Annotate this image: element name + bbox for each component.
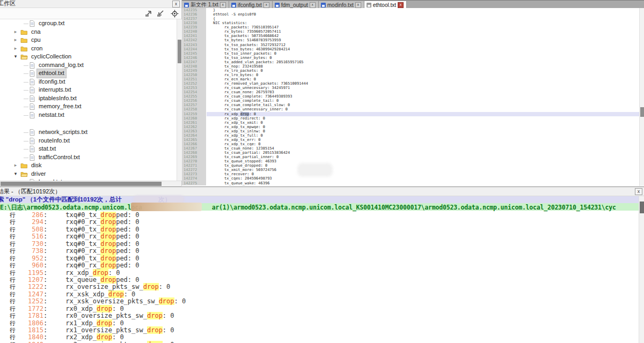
result-line-number: 730 [16, 241, 43, 248]
tree-item-label: network_scripts.txt [37, 128, 89, 137]
row-prefix: 行 [10, 262, 16, 269]
result-row-line-952[interactable]: 行952:txq#0_tx_dropped: 0 [0, 255, 644, 262]
tab-close-icon[interactable]: x [220, 2, 226, 8]
tab-close-icon[interactable]: x [264, 2, 269, 8]
result-row-line-1195[interactable]: 行1195:rx_xdp_drop: 0 [0, 270, 644, 277]
workspace-close-button[interactable]: x [172, 1, 180, 8]
tree-horizontal-scrollbar[interactable] [0, 181, 181, 187]
code-line: 142248 tx_nop: 232419588 [182, 64, 639, 69]
tree-item-label: disk [30, 161, 43, 170]
tab--1-txt[interactable]: 新文件 1.txtx [182, 1, 229, 9]
line-text: { [206, 17, 215, 21]
tree-item-label: ethtool.txt [37, 69, 66, 78]
line-number: 142255 [182, 94, 206, 99]
tree-item-ethtool-txt[interactable]: ethtool.txt [0, 69, 176, 78]
result-row-line-738[interactable]: 行738:rxq#0_rx_dropped: 0 [0, 248, 644, 255]
result-row-line-1806[interactable]: 行1806:rx1_xdp_drop: 0 [0, 320, 644, 327]
tab-fdm-output[interactable]: fdm_outputx [273, 1, 319, 9]
expand-all-icon[interactable] [145, 10, 153, 17]
chevron-down-icon[interactable]: ▾ [13, 170, 18, 178]
result-row-line-1222[interactable]: 行1222:rx_oversize_pkts_sw_drop: 0 [0, 284, 644, 290]
chevron-right-icon[interactable]: ▸ [13, 44, 18, 53]
results-close-button[interactable]: x [635, 188, 642, 195]
tab-close-icon[interactable]: x [310, 2, 316, 8]
tab-label: fdm_output [281, 2, 308, 8]
line-number: 142272 [182, 168, 206, 172]
tree-item-trafficcontrol-txt[interactable]: trafficControl.txt [0, 153, 176, 162]
tree-item-label: ifconfig.txt [37, 78, 67, 86]
result-row-line-508[interactable]: 行508:txq#0_tx_dropped: 0 [0, 226, 644, 233]
result-row-line-730[interactable]: 行730:txq#0_tx_dropped: 0 [0, 241, 644, 248]
tree-item-command-log-txt[interactable]: command_log.txt [0, 61, 176, 70]
chevron-right-icon[interactable]: ▸ [13, 36, 18, 44]
tree-item-cgroup-txt[interactable]: cgroup.txt [0, 19, 176, 28]
line-text: tx_tso_bytes: 463099429284214 [206, 47, 290, 51]
tree-vertical-scrollbar[interactable] [177, 19, 182, 181]
result-file-path-line[interactable]: E:\日志\armod0523.odata.ncmp.unicom.locaar… [0, 203, 644, 211]
result-row-line-1772[interactable]: 行1772:rx0_xdp_drop: 0 [0, 305, 644, 312]
tree-item-ifconfig-txt[interactable]: ifconfig.txt [0, 78, 176, 86]
editor-vertical-scrollbar[interactable] [639, 8, 644, 186]
tree-item-stat-txt[interactable]: stat.txt [0, 145, 176, 153]
tree-item-iptablesinfo-txt[interactable]: iptablesInfo.txt [0, 94, 176, 103]
tree-item-label: cyclicCollection [30, 53, 73, 61]
file-icon [30, 103, 35, 110]
code-line: 142258 rx_csum_unnecessary_inner: 0 [182, 107, 639, 111]
tree-item-driver[interactable]: ▾driver [0, 170, 176, 178]
editor-code-area[interactable]: 142235}142236ethtool -S enp1s0f0142237{1… [182, 8, 639, 186]
tree-item-memory-free-txt[interactable]: memory_free.txt [0, 102, 176, 111]
match-highlight: drop [143, 283, 159, 290]
result-row-line-286[interactable]: 行286:txq#0_tx_dropped: 0 [0, 212, 644, 219]
result-row-line-1781[interactable]: 行1781:rx0_oversize_pkts_sw_drop: 0 [0, 312, 644, 319]
result-row-line-1247[interactable]: 行1247:rx_xsk_xdp_drop: 0 [0, 291, 644, 298]
result-line-number: 1222 [16, 284, 43, 290]
tree-item-cna[interactable]: ▸cna [0, 28, 176, 36]
tree-item-network-scripts-txt[interactable]: network_scripts.txt [0, 128, 176, 137]
tree-item-cycliccollection[interactable]: ▾cyclicCollection [0, 53, 176, 61]
result-text: rx_oversize_pkts_sw_drop: 0 [65, 284, 170, 290]
result-row-line-1252[interactable]: 行1252:rx_xsk_oversize_pkts_sw_drop: 0 [0, 298, 644, 305]
line-number: 142248 [182, 64, 206, 69]
tree-item-cron[interactable]: ▸cron [0, 44, 176, 53]
result-colon: : [43, 290, 47, 298]
tab-ethtool-txt[interactable]: ethtool.txtx [364, 1, 407, 9]
tree-horizontal-scrollbar-thumb[interactable] [1, 182, 162, 186]
tree-vertical-scrollbar-thumb[interactable] [178, 40, 181, 63]
tree-item-label: cgroup.txt [37, 19, 66, 28]
chevron-down-icon[interactable]: ▾ [13, 53, 18, 61]
editor-vertical-scrollbar-thumb[interactable] [640, 107, 644, 117]
code-line: 142247 tx_added_vlan_packets: 2051659571… [182, 60, 639, 64]
tab-ifconfig-txt[interactable]: ifconfig.txtx [229, 1, 273, 9]
result-line-number: 1840 [16, 334, 43, 341]
chevron-right-icon[interactable]: ▸ [13, 161, 18, 170]
tab-close-icon[interactable]: x [355, 2, 361, 8]
result-row-line-294[interactable]: 行294:rxq#0_rx_dropped: 0 [0, 219, 644, 226]
result-line-number: 516 [16, 233, 43, 240]
match-highlight: drop [97, 305, 112, 312]
code-line: 142237{ [182, 17, 639, 21]
locate-file-icon[interactable] [171, 10, 179, 17]
tab-close-icon[interactable]: x [398, 2, 404, 8]
tree-item-interrupts-txt[interactable]: interrupts.txt [0, 86, 176, 94]
result-text: txq#0_tx_dropped: 0 [65, 212, 139, 219]
line-number: 142238 [182, 21, 206, 25]
file-icon [30, 20, 35, 27]
tree-item-routeinfo-txt[interactable]: routeInfo.txt [0, 137, 176, 145]
workspace-title: 工作区 [0, 0, 16, 7]
line-number: 142263 [182, 129, 206, 133]
save-icon [275, 3, 280, 8]
tree-item-cpu[interactable]: ▸cpu [0, 36, 176, 44]
result-row-line-1840[interactable]: 行1840:rx2_xdp_drop: 0 [0, 334, 644, 341]
result-row-line-960[interactable]: 行960:rxq#0_rx_dropped: 0 [0, 262, 644, 269]
result-row-line-1815[interactable]: 行1815:rx1_oversize_pkts_sw_drop: 0 [0, 327, 644, 334]
result-row-line-516[interactable]: 行516:rxq#0_rx_dropped: 0 [0, 233, 644, 240]
tree-item-netstat-txt[interactable]: netstat.txt [0, 111, 176, 120]
tree-guide-line [24, 65, 28, 66]
line-number: 142260 [182, 116, 206, 121]
collapse-all-icon[interactable] [157, 10, 165, 17]
result-row-line-1207[interactable]: 行1207:tx_queue_dropped: 0 [0, 277, 644, 284]
tab-modinfo-txt[interactable]: modinfo.txtx [319, 1, 364, 9]
tree-item-disk[interactable]: ▸disk [0, 161, 176, 170]
line-number: 142240 [182, 29, 206, 34]
chevron-right-icon[interactable]: ▸ [13, 28, 18, 36]
